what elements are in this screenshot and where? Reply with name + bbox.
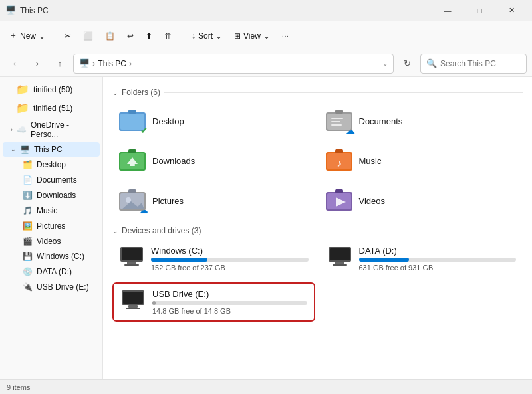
cut-button[interactable]: ✂	[59, 29, 76, 43]
delete-button[interactable]: 🗑	[159, 29, 178, 43]
music-folder-label: Music	[359, 156, 382, 166]
svg-rect-8	[331, 124, 342, 126]
sidebar-item-datad[interactable]: 💿 DATA (D:)	[3, 264, 100, 279]
chevron-right-icon: ›	[11, 126, 13, 133]
minimize-button[interactable]: —	[432, 0, 463, 21]
forward-button[interactable]: ›	[28, 54, 47, 73]
documents-folder-graphic: ☁	[326, 108, 352, 134]
sidebar-item-onedrive[interactable]: › ☁️ OneDrive - Perso...	[3, 118, 100, 142]
folder-item-music[interactable]: ♪ Music	[319, 142, 523, 179]
chevron-down-icon: ⌄	[11, 146, 16, 153]
sidebar-item-windows[interactable]: 💾 Windows (C:)	[3, 249, 100, 264]
drives-header-text: Devices and drives (3)	[122, 226, 201, 235]
folders-chevron-icon: ⌄	[112, 89, 118, 96]
breadcrumb[interactable]: 🖥️ › This PC › ⌄	[73, 54, 394, 74]
windows-drive-name: Windows (C:)	[151, 246, 309, 256]
drive-item-windows[interactable]: Windows (C:) 152 GB free of 237 GB	[112, 241, 315, 277]
breadcrumb-chevron-icon: ⌄	[382, 60, 388, 67]
sidebar-item-thispc[interactable]: ⌄ 🖥️ This PC	[3, 142, 100, 157]
windows-bar-container	[151, 258, 309, 262]
sidebar-item-pinned1[interactable]: 📁 tinified (50)	[3, 80, 100, 98]
sidebar-label-windows: Windows (C:)	[37, 252, 94, 261]
titlebar-icon: 🖥️	[5, 5, 16, 16]
videos-folder-graphic	[326, 187, 352, 214]
drives-grid: Windows (C:) 152 GB free of 237 GB	[112, 241, 523, 322]
usbe-drive-name: USB Drive (E:)	[152, 289, 307, 299]
search-input[interactable]	[440, 59, 532, 68]
windows-drive-graphic	[119, 246, 144, 272]
thispc-icon: 🖥️	[20, 145, 30, 154]
toolbar-separator-2	[182, 28, 182, 44]
sidebar-item-pinned2[interactable]: 📁 tinified (51)	[3, 99, 100, 117]
back-button[interactable]: ‹	[5, 54, 24, 73]
desktop-folder-label: Desktop	[152, 116, 184, 126]
sidebar-item-documents[interactable]: 📄 Documents	[3, 173, 100, 187]
sidebar-item-desktop[interactable]: 🗂️ Desktop	[3, 157, 100, 172]
videos-folder-icon: 🎬	[23, 237, 33, 246]
toolbar-separator-1	[55, 28, 55, 44]
usbe-bar	[152, 301, 156, 305]
refresh-button[interactable]: ↻	[398, 54, 416, 73]
svg-rect-33	[335, 262, 344, 264]
view-chevron-icon: ⌄	[263, 31, 270, 41]
drives-divider	[205, 231, 523, 231]
datad-bar	[359, 258, 410, 262]
up-button[interactable]: ↑	[51, 54, 69, 73]
windows-drive-info: Windows (C:) 152 GB free of 237 GB	[151, 246, 309, 272]
drive-item-datad[interactable]: DATA (D:) 631 GB free of 931 GB	[321, 241, 523, 277]
svg-rect-29	[127, 262, 136, 264]
sidebar-item-music[interactable]: 🎵 Music	[3, 203, 100, 218]
sidebar-item-videos[interactable]: 🎬 Videos	[3, 234, 100, 248]
sidebar-label-onedrive: OneDrive - Perso...	[31, 120, 94, 139]
view-icon: ⊞	[234, 31, 241, 41]
cloud-overlay-icon: ☁	[346, 125, 355, 136]
sort-button[interactable]: ↕ Sort ⌄	[186, 29, 227, 43]
share-button[interactable]: ⬆	[140, 29, 158, 43]
usbe-bar-container	[152, 301, 307, 305]
paste-button[interactable]: 📋	[100, 29, 120, 43]
svg-rect-32	[330, 248, 350, 260]
windows-bar	[151, 258, 207, 262]
drive-item-usbe[interactable]: USB Drive (E:) 14.8 GB free of 14.8 GB	[112, 282, 315, 322]
main-area: 📁 tinified (50) 📁 tinified (51) › ☁️ One…	[0, 77, 532, 379]
close-button[interactable]: ✕	[496, 0, 527, 21]
folders-section-header[interactable]: ⌄ Folders (6)	[112, 88, 523, 97]
downloads-folder-graphic	[119, 148, 146, 174]
copy-button[interactable]: ⬜	[78, 29, 98, 43]
videos-folder-label: Videos	[359, 196, 386, 206]
folder-item-desktop[interactable]: ✔ Desktop	[112, 102, 317, 140]
sidebar-label-desktop: Desktop	[37, 160, 94, 169]
svg-rect-36	[123, 292, 143, 304]
titlebar-controls: — □ ✕	[432, 0, 527, 21]
new-button[interactable]: ＋ New ⌄	[4, 27, 51, 44]
folder-item-videos[interactable]: Videos	[319, 182, 523, 219]
music-folder-graphic: ♪	[326, 148, 352, 174]
sidebar-item-downloads[interactable]: ⬇️ Downloads	[3, 188, 100, 203]
breadcrumb-icon: 🖥️	[79, 58, 90, 68]
breadcrumb-separator2: ›	[129, 58, 132, 68]
downloads-folder-icon: ⬇️	[23, 191, 33, 200]
folders-grid: ✔ Desktop ☁ Documents	[112, 102, 523, 219]
datad-drive-icon: 💿	[23, 267, 33, 276]
sidebar-item-pictures[interactable]: 🖼️ Pictures	[3, 219, 100, 233]
rename-button[interactable]: ↩	[122, 29, 139, 43]
search-box[interactable]: 🔍	[420, 54, 527, 74]
status-text: 9 items	[7, 383, 30, 391]
folder-item-downloads[interactable]: Downloads	[112, 142, 317, 179]
maximize-button[interactable]: □	[464, 0, 495, 21]
sidebar-label-pictures: Pictures	[37, 221, 94, 231]
search-icon: 🔍	[426, 58, 437, 68]
sidebar-label-videos: Videos	[37, 237, 94, 246]
usbe-drive-info: USB Drive (E:) 14.8 GB free of 14.8 GB	[152, 289, 307, 315]
sidebar-item-usbe[interactable]: 🔌 USB Drive (E:)	[3, 280, 100, 294]
folder-item-documents[interactable]: ☁ Documents	[319, 102, 523, 140]
drives-section-header[interactable]: ⌄ Devices and drives (3)	[112, 226, 523, 235]
sidebar: 📁 tinified (50) 📁 tinified (51) › ☁️ One…	[0, 77, 103, 379]
pictures-folder-label: Pictures	[152, 196, 184, 206]
cut-icon: ✂	[65, 31, 71, 41]
sidebar-label-datad: DATA (D:)	[37, 267, 94, 276]
breadcrumb-thispc: This PC	[98, 59, 126, 68]
view-button[interactable]: ⊞ View ⌄	[229, 29, 275, 43]
folder-item-pictures[interactable]: ☁ Pictures	[112, 182, 317, 219]
more-button[interactable]: ···	[277, 29, 294, 43]
